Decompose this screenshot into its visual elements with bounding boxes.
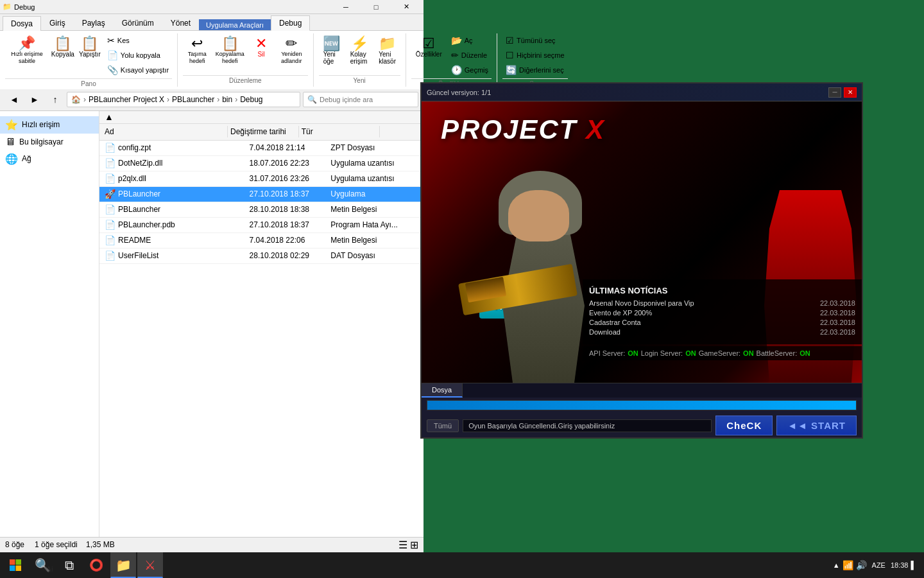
ozellikler-button[interactable]: ☑ Özellikler bbox=[411, 33, 447, 61]
breadcrumb-part-4[interactable]: Debug bbox=[240, 95, 262, 104]
show-hidden-icons[interactable]: ▲ bbox=[833, 561, 840, 569]
tab-giris[interactable]: Giriş bbox=[41, 15, 74, 30]
sidebar-item-bu-bilgisayar[interactable]: 🖥 Bu bilgisayar bbox=[0, 134, 99, 150]
column-type[interactable]: Tür bbox=[299, 126, 380, 137]
search-input[interactable] bbox=[320, 96, 414, 103]
svg-rect-2 bbox=[10, 566, 15, 572]
ribbon-group-yeni: 🆕 Yeni öğe ⚡ Kolay erişim 📁 Yeni klasör … bbox=[319, 33, 406, 87]
duzenle-button[interactable]: ✏ Düzenle bbox=[448, 48, 492, 62]
tab-yonet[interactable]: Yönet bbox=[162, 15, 199, 30]
language-indicator[interactable]: AZE bbox=[869, 560, 888, 570]
computer-icon: 🖥 bbox=[5, 136, 15, 148]
search-taskbar-button[interactable]: 🔍 bbox=[30, 552, 55, 578]
tab-paylas[interactable]: Paylaş bbox=[74, 15, 114, 30]
kolay-erisim-button[interactable]: ⚡ Kolay erişim bbox=[346, 33, 373, 68]
grid-view-icon[interactable]: ⊞ bbox=[410, 539, 418, 551]
ribbon-group-ozellikler: ☑ Özellikler 📂 Aç ✏ Düzenle 🕐 Geçmiş bbox=[411, 33, 497, 87]
launcher-minimize-button[interactable]: ─ bbox=[828, 87, 841, 98]
tab-dosya[interactable]: Dosya bbox=[3, 16, 41, 31]
file-list-header: Ad Değiştirme tarihi Tür bbox=[99, 124, 424, 141]
back-button[interactable]: ◄ bbox=[5, 91, 23, 108]
news-item-2[interactable]: Evento de XP 200% 22.03.2018 bbox=[589, 309, 855, 317]
news-item-1[interactable]: Arsenal Novo Disponivel para Vip 22.03.2… bbox=[589, 299, 855, 307]
explorer-button[interactable]: 📁 bbox=[110, 552, 136, 578]
progress-bar bbox=[427, 400, 857, 410]
breadcrumb[interactable]: 🏠 › PBLauncher Project X › PBLauncher › … bbox=[67, 92, 300, 107]
deselect-icon: ☐ bbox=[506, 50, 514, 60]
show-desktop-button[interactable]: ▌ bbox=[911, 561, 916, 570]
launcher-close-button[interactable]: ✕ bbox=[844, 87, 857, 98]
tab-uygulama-araclari[interactable]: Uygulama Araçları bbox=[199, 19, 271, 30]
kopyala-button[interactable]: 📋 Kopyala bbox=[50, 33, 76, 61]
sort-up-icon[interactable]: ▲ bbox=[105, 112, 114, 122]
yeni-items: 🆕 Yeni öğe ⚡ Kolay erişim 📁 Yeni klasör bbox=[319, 33, 400, 74]
app-icon: 🚀 bbox=[105, 189, 116, 199]
table-row[interactable]: 📄 p2qlx.dll 31.07.2016 23:26 Uygulama uz… bbox=[99, 171, 424, 187]
tab-dosya-launcher[interactable]: Dosya bbox=[422, 383, 463, 398]
sidebar-item-ag[interactable]: 🌐 Ağ bbox=[0, 150, 99, 168]
up-button[interactable]: ↑ bbox=[46, 91, 64, 108]
check-button[interactable]: CheCK bbox=[715, 416, 773, 435]
file-icon: 📄 bbox=[105, 158, 116, 168]
tab-debug[interactable]: Debug bbox=[271, 15, 310, 31]
rename-icon: ✏ bbox=[286, 37, 297, 51]
opera-button[interactable]: ⭕ bbox=[83, 552, 109, 578]
tumunu-sec-button[interactable]: ☑ Tümünü seç bbox=[502, 33, 568, 48]
breadcrumb-part-1[interactable]: PBLauncher Project X bbox=[89, 95, 164, 104]
yeniden-adlandir-button[interactable]: ✏ Yeniden adlandır bbox=[275, 33, 308, 68]
yolu-kopyala-button[interactable]: 📄 Yolu kopyala bbox=[104, 48, 172, 62]
breadcrumb-part-3[interactable]: bin bbox=[222, 95, 232, 104]
pblauncher-button[interactable]: ⚔ bbox=[137, 552, 163, 578]
kisayol-button[interactable]: 📎 Kısayol yapıştır bbox=[104, 63, 172, 77]
start-button-taskbar[interactable] bbox=[3, 552, 28, 578]
yapistir-button[interactable]: 📋 Yapıştır bbox=[77, 33, 103, 61]
task-view-icon: ⧉ bbox=[65, 558, 74, 573]
file-icon: 📄 bbox=[105, 204, 116, 215]
forward-button[interactable]: ► bbox=[26, 91, 44, 108]
table-row[interactable]: 📄 PBLauncher 28.10.2018 18:38 Metin Belg… bbox=[99, 202, 424, 218]
table-row[interactable]: 📄 config.zpt 7.04.2018 21:14 ZPT Dosyası bbox=[99, 141, 424, 156]
table-row[interactable]: 🚀 PBLauncher 27.10.2018 18:37 Uygulama bbox=[99, 187, 424, 202]
yeni-klasor-button[interactable]: 📁 Yeni klasör bbox=[375, 33, 400, 68]
digerlerini-sec-button[interactable]: 🔄 Diğerlerini seç bbox=[502, 63, 568, 77]
table-row[interactable]: 📄 DotNetZip.dll 18.07.2016 22:23 Uygulam… bbox=[99, 156, 424, 171]
tab-gorunum[interactable]: Görünüm bbox=[114, 15, 162, 30]
gecmis-button[interactable]: 🕐 Geçmiş bbox=[448, 63, 492, 77]
kes-button[interactable]: ✂ Kes bbox=[104, 33, 172, 48]
kopyalama-button[interactable]: 📋 Kopyalama hedefi bbox=[213, 33, 247, 68]
column-date[interactable]: Değiştirme tarihi bbox=[228, 126, 299, 137]
table-row[interactable]: 📄 PBLauncher.pdb 27.10.2018 18:37 Progra… bbox=[99, 218, 424, 233]
start-button[interactable]: ◄◄ START bbox=[776, 416, 857, 435]
column-name[interactable]: Ad bbox=[102, 126, 228, 137]
search-box[interactable]: 🔍 bbox=[303, 92, 418, 107]
task-view-button[interactable]: ⧉ bbox=[56, 552, 82, 578]
window-title: Debug bbox=[14, 3, 35, 11]
list-view-icon[interactable]: ☰ bbox=[398, 539, 407, 551]
sidebar-item-hizli-erisim[interactable]: ⭐ Hızlı erişim bbox=[0, 116, 99, 134]
windows-logo-icon bbox=[9, 559, 22, 572]
hizli-erisim-button[interactable]: 📌 Hızlı erişime sabitle bbox=[5, 33, 49, 68]
network-tray-icon[interactable]: 📶 bbox=[843, 560, 853, 570]
maximize-button[interactable]: □ bbox=[361, 0, 391, 14]
table-row[interactable]: 📄 README 7.04.2018 22:06 Metin Belgesi bbox=[99, 233, 424, 249]
launcher-banner: PROJECT X ÚLTIMAS NOTÍCIAS Arsenal Novo … bbox=[422, 101, 862, 383]
close-button[interactable]: ✕ bbox=[391, 0, 421, 14]
tasima-button[interactable]: ↩ Taşıma hedefi bbox=[183, 33, 212, 68]
news-item-3[interactable]: Cadastrar Conta 22.03.2018 bbox=[589, 319, 855, 326]
filter-button[interactable]: Tümü bbox=[427, 419, 459, 432]
column-size[interactable] bbox=[380, 130, 421, 133]
system-tray: ▲ 📶 🔊 bbox=[833, 560, 867, 570]
clock: 18:38 bbox=[891, 561, 909, 570]
speaker-icon[interactable]: 🔊 bbox=[856, 560, 867, 570]
minimize-button[interactable]: ─ bbox=[331, 0, 361, 14]
sil-button[interactable]: ✕ Sil bbox=[248, 33, 274, 61]
yeni-oge-button[interactable]: 🆕 Yeni öğe bbox=[319, 33, 345, 68]
ac-button[interactable]: 📂 Aç bbox=[448, 33, 492, 48]
yeni-label: Yeni bbox=[319, 75, 400, 84]
table-row[interactable]: 📄 UserFileList 28.10.2018 02:29 DAT Dosy… bbox=[99, 249, 424, 264]
breadcrumb-part-2[interactable]: PBLauncher bbox=[172, 95, 214, 104]
sec-btns: ☑ Tümünü seç ☐ Hiçbirini seçme 🔄 Diğerle… bbox=[502, 33, 568, 77]
hicbirini-secme-button[interactable]: ☐ Hiçbirini seçme bbox=[502, 48, 568, 62]
main-area: ⭐ Hızlı erişim 🖥 Bu bilgisayar 🌐 Ağ ▲ Ad bbox=[0, 111, 424, 537]
news-item-4[interactable]: Download 22.03.2018 bbox=[589, 328, 855, 336]
